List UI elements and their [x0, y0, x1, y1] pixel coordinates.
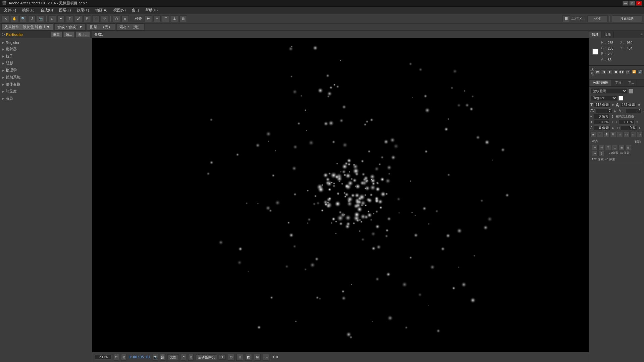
tab-info[interactable]: 信息 — [589, 32, 601, 38]
preview-play[interactable]: ▶ — [607, 69, 612, 74]
tab-character[interactable]: 字符 — [612, 80, 624, 86]
menu-composition[interactable]: 合成(C) — [38, 7, 56, 13]
style-smallcaps[interactable]: Ts — [637, 132, 643, 137]
layer-tab[interactable]: 图层：（无） — [87, 23, 115, 31]
close-button[interactable]: ✕ — [636, 1, 642, 6]
tab-effects-presets[interactable]: 效果和预设 — [590, 80, 611, 86]
tree-item-emitter[interactable]: ▶ 发射器 — [0, 46, 92, 53]
align-left-btn[interactable]: ⊢ — [592, 145, 598, 150]
tree-item-particle[interactable]: ▶ 粒子 — [0, 53, 92, 60]
menu-help[interactable]: 帮助(H) — [143, 7, 160, 13]
kerning-input[interactable] — [596, 108, 612, 113]
transparency-btn[interactable]: ◩ — [245, 354, 252, 361]
tree-item-physics[interactable]: ▶ 物理学 — [0, 67, 92, 74]
fit-label[interactable]: 完整 — [167, 354, 179, 360]
panel-menu-btn[interactable]: ≡ — [639, 32, 644, 37]
tool-zoom[interactable]: 🔍 — [19, 15, 27, 22]
tsume-arrow[interactable]: ⇕ — [638, 126, 641, 130]
style-super[interactable]: T↑ — [617, 132, 623, 137]
style-italic[interactable]: I — [597, 132, 603, 137]
preview-area[interactable] — [92, 38, 589, 352]
style-sub[interactable]: T↓ — [624, 132, 630, 137]
pixel-ratio-btn[interactable]: ⊠ — [254, 354, 261, 361]
align-center-btn[interactable]: ⊣ — [598, 145, 604, 150]
menu-layer[interactable]: 图层(L) — [56, 7, 73, 13]
style-underline[interactable]: U̲ — [610, 132, 616, 137]
tree-item-visibility[interactable]: ▶ 能见度 — [0, 88, 92, 95]
menu-file[interactable]: 文件(F) — [1, 7, 19, 13]
workspace-dropdown[interactable]: 标准 — [587, 15, 607, 22]
style-allcaps[interactable]: TT — [630, 132, 636, 137]
zoom-display[interactable]: 200% — [95, 355, 112, 360]
tool-pen[interactable]: ✒ — [57, 15, 65, 22]
minimize-button[interactable]: — — [623, 1, 629, 6]
channel-display[interactable]: 1 — [219, 355, 226, 360]
baseline-arrow[interactable]: ⇕ — [611, 126, 614, 130]
tool-mask[interactable]: ◈ — [121, 15, 129, 22]
menu-animation[interactable]: 动画(A) — [93, 7, 110, 13]
resolution-btn[interactable]: □ — [114, 354, 119, 361]
renderer-btn[interactable]: ⊟ — [236, 354, 243, 361]
show-snapshot-btn[interactable]: 🖼 — [160, 354, 165, 361]
font-style-dropdown[interactable]: Regular — [590, 95, 617, 101]
tool-eraser[interactable]: ◻ — [92, 15, 100, 22]
material-tab[interactable]: 素材：（无） — [116, 23, 145, 31]
tool-hand[interactable]: ✋ — [11, 15, 18, 22]
font-family-dropdown[interactable]: 微软雅黑 — [590, 88, 627, 94]
tool-select[interactable]: ↖ — [2, 15, 9, 22]
preview-stop[interactable]: ⏹ — [613, 69, 619, 74]
tool-text[interactable]: T — [66, 15, 73, 22]
maximize-button[interactable]: □ — [629, 1, 635, 6]
search-help[interactable]: 搜索帮助 — [612, 15, 642, 22]
font-size-input[interactable] — [594, 103, 610, 108]
effects-tab[interactable]: 效果控件：淡灰色 纯色 1 ▼ — [1, 23, 53, 31]
hscale-arrow[interactable]: ⇕ — [611, 120, 614, 124]
vscale-arrow[interactable]: ⇕ — [636, 120, 639, 124]
roi-btn[interactable]: ⊞ — [121, 354, 126, 361]
preview-rewind[interactable]: ⏮ — [595, 69, 600, 74]
hscale-input[interactable] — [594, 120, 610, 125]
align-bottom[interactable]: ⊟ — [179, 15, 187, 22]
reset-btn[interactable]: 重置 — [51, 32, 62, 38]
align-right[interactable]: ⊤ — [162, 15, 169, 22]
camera-label[interactable]: 活动摄像机 — [196, 354, 217, 360]
tracking-input[interactable] — [626, 108, 642, 113]
menu-edit[interactable]: 编辑(E) — [19, 7, 37, 13]
align-top-btn[interactable]: ⊥ — [612, 145, 618, 150]
alpha-btn[interactable]: α — [181, 354, 186, 361]
fill-color[interactable] — [619, 96, 623, 101]
tool-shape[interactable]: ⬡ — [113, 15, 120, 22]
menu-window[interactable]: 窗口 — [129, 7, 142, 13]
kern-arrow[interactable]: ⇕ — [613, 109, 616, 113]
align-right-btn[interactable]: ⊤ — [605, 145, 611, 150]
tool-brush[interactable]: 🖌 — [75, 15, 82, 22]
vscale-input[interactable] — [619, 120, 635, 125]
3d-btn[interactable]: ⊡ — [228, 354, 234, 361]
align-center[interactable]: ⊣ — [153, 15, 161, 22]
comp-tab[interactable]: 合成：合成1 ▼ — [54, 23, 86, 31]
menu-view[interactable]: 视图(V) — [111, 7, 128, 13]
style-bold[interactable]: B — [590, 132, 596, 137]
toggle-solo[interactable]: ☰ — [562, 15, 570, 22]
line-height-input[interactable] — [620, 103, 636, 108]
dist-v-btn[interactable]: ⇕ — [598, 151, 604, 156]
preview-prev-frame[interactable]: ◀ — [601, 69, 606, 74]
align-top[interactable]: ⊥ — [171, 15, 178, 22]
tool-rotate[interactable]: ↺ — [28, 15, 36, 22]
preview-mute[interactable]: 🔊 — [637, 69, 643, 74]
about-btn[interactable]: 关于... — [76, 32, 90, 38]
tool-puppet[interactable]: ⊹ — [101, 15, 108, 22]
spacing-input[interactable] — [594, 114, 610, 119]
align-middle-btn[interactable]: ⊞ — [619, 145, 625, 150]
preview-next-frame[interactable]: ▶▶ — [619, 69, 625, 74]
grid-btn[interactable]: ⊞ — [188, 354, 194, 361]
preview-loop[interactable]: 🔁 — [631, 69, 637, 74]
tool-rect[interactable]: □ — [49, 15, 56, 22]
motion-blur-btn[interactable]: ↝ — [263, 354, 269, 361]
freq-btn[interactable]: 频... — [63, 32, 74, 38]
tree-item-register[interactable]: ▶ Register — [0, 40, 92, 46]
stroke-color[interactable] — [629, 89, 633, 94]
tree-item-shadow[interactable]: ▶ 阴影 — [0, 60, 92, 67]
baseline-input[interactable] — [594, 125, 610, 130]
dist-h-btn[interactable]: ⇔ — [592, 151, 598, 156]
